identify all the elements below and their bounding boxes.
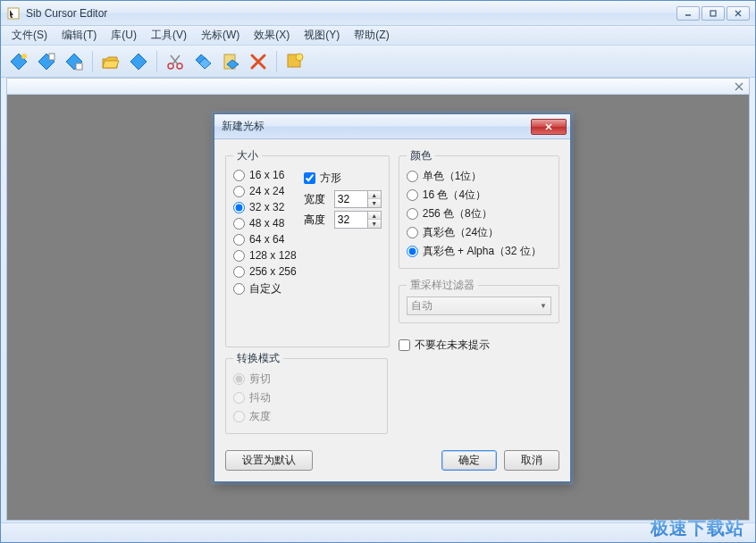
convert-legend: 转换模式 <box>233 351 283 366</box>
size-16[interactable]: 16 x 16 <box>233 167 297 183</box>
menu-effects[interactable]: 效果(X) <box>247 26 297 45</box>
svg-point-17 <box>296 54 303 61</box>
color-4bit[interactable]: 16 色（4位） <box>407 186 551 205</box>
menu-help[interactable]: 帮助(Z) <box>347 26 396 45</box>
color-1bit[interactable]: 单色（1位） <box>407 167 551 186</box>
color-24bit[interactable]: 真彩色（24位） <box>407 223 551 242</box>
svg-rect-0 <box>8 8 19 19</box>
height-label: 高度 <box>304 213 329 228</box>
menu-file[interactable]: 文件(S) <box>4 26 55 45</box>
dialog-body: 大小 16 x 16 24 x 24 32 x 32 48 x 48 64 x … <box>214 139 570 481</box>
size-48-label: 48 x 48 <box>249 217 284 230</box>
save-icon[interactable] <box>126 49 151 74</box>
svg-point-4 <box>21 54 27 59</box>
menu-tools[interactable]: 工具(V) <box>144 26 194 45</box>
height-up-icon[interactable]: ▲ <box>368 212 381 220</box>
size-group: 大小 16 x 16 24 x 24 32 x 32 48 x 48 64 x … <box>225 148 390 347</box>
main-window: Sib Cursor Editor 文件(S) 编辑(T) 库(U) 工具(V)… <box>0 0 756 543</box>
height-input[interactable] <box>335 212 367 228</box>
svg-rect-8 <box>76 63 82 70</box>
size-legend: 大小 <box>233 148 262 163</box>
convert-crop[interactable]: 剪切 <box>233 370 380 388</box>
menu-library[interactable]: 库(U) <box>104 26 144 45</box>
size-32[interactable]: 32 x 32 <box>233 199 297 215</box>
workspace-close-icon[interactable] <box>733 80 745 93</box>
app-icon <box>6 6 21 21</box>
copy-icon[interactable] <box>190 49 215 74</box>
toolbar-separator <box>92 51 93 72</box>
window-controls <box>676 6 750 21</box>
workspace-header <box>7 79 749 95</box>
set-default-button[interactable]: 设置为默认 <box>225 450 313 471</box>
toolbar-separator <box>276 51 277 72</box>
close-button[interactable] <box>727 6 750 21</box>
svg-marker-9 <box>130 54 147 70</box>
height-down-icon[interactable]: ▼ <box>368 220 381 228</box>
cancel-button[interactable]: 取消 <box>504 450 559 471</box>
width-spinner[interactable]: ▲▼ <box>334 190 382 208</box>
size-24-label: 24 x 24 <box>249 185 284 197</box>
size-custom[interactable]: 自定义 <box>233 280 297 298</box>
width-input[interactable] <box>335 191 367 207</box>
minimize-button[interactable] <box>676 6 700 21</box>
menubar: 文件(S) 编辑(T) 库(U) 工具(V) 光标(W) 效果(X) 视图(Y)… <box>1 26 755 46</box>
convert-group: 转换模式 剪切 抖动 灰度 <box>225 351 388 434</box>
size-64[interactable]: 64 x 64 <box>233 231 297 247</box>
toolbar <box>1 46 755 78</box>
svg-rect-6 <box>49 54 55 60</box>
dialog-titlebar[interactable]: 新建光标 <box>214 114 570 139</box>
size-256[interactable]: 256 x 256 <box>233 263 297 280</box>
size-128-label: 128 x 128 <box>249 249 297 262</box>
size-32-label: 32 x 32 <box>249 201 284 213</box>
new-doc-icon[interactable] <box>34 49 59 74</box>
color-8bit-label: 256 色（8位） <box>423 206 492 221</box>
dialog-close-button[interactable] <box>531 119 567 135</box>
new-lib-icon[interactable] <box>62 49 87 74</box>
effects-icon[interactable] <box>282 49 307 74</box>
color-group: 颜色 单色（1位） 16 色（4位） 256 色（8位） 真彩色（24位） 真彩… <box>399 148 559 269</box>
convert-gray[interactable]: 灰度 <box>233 407 380 426</box>
color-8bit[interactable]: 256 色（8位） <box>407 205 551 223</box>
dialog-buttons: 设置为默认 确定 取消 <box>225 450 559 471</box>
menu-view[interactable]: 视图(Y) <box>297 26 347 45</box>
statusbar <box>1 522 755 542</box>
color-24bit-label: 真彩色（24位） <box>423 225 499 240</box>
convert-gray-label: 灰度 <box>249 409 271 424</box>
width-down-icon[interactable]: ▼ <box>368 199 381 207</box>
cut-icon[interactable] <box>163 49 188 74</box>
dialog-title: 新建光标 <box>222 119 531 134</box>
square-label: 方形 <box>320 171 341 186</box>
watermark: 极速下载站 <box>651 516 744 540</box>
toolbar-separator <box>156 51 157 72</box>
maximize-button[interactable] <box>701 6 725 21</box>
menu-cursor[interactable]: 光标(W) <box>194 26 247 45</box>
size-64-label: 64 x 64 <box>249 233 284 246</box>
open-icon[interactable] <box>98 49 123 74</box>
size-48[interactable]: 48 x 48 <box>233 215 297 231</box>
convert-crop-label: 剪切 <box>249 372 271 387</box>
resample-combo[interactable]: 自动 ▼ <box>407 297 551 315</box>
width-up-icon[interactable]: ▲ <box>368 191 381 199</box>
resample-legend: 重采样过滤器 <box>407 278 478 293</box>
color-1bit-label: 单色（1位） <box>423 169 483 184</box>
ok-button[interactable]: 确定 <box>441 450 497 471</box>
chevron-down-icon: ▼ <box>540 302 547 310</box>
height-spinner[interactable]: ▲▼ <box>334 211 382 229</box>
svg-rect-2 <box>710 11 716 16</box>
width-label: 宽度 <box>304 192 329 207</box>
convert-dither[interactable]: 抖动 <box>233 388 380 407</box>
new-cursor-dialog: 新建光标 大小 16 x 16 24 x 24 32 x 32 48 x 48 … <box>214 113 571 482</box>
square-checkbox[interactable]: 方形 <box>304 169 382 188</box>
titlebar[interactable]: Sib Cursor Editor <box>1 1 755 26</box>
size-256-label: 256 x 256 <box>249 265 297 278</box>
paste-icon[interactable] <box>218 49 243 74</box>
window-title: Sib Cursor Editor <box>26 7 676 20</box>
menu-edit[interactable]: 编辑(T) <box>55 26 104 45</box>
delete-icon[interactable] <box>246 49 271 74</box>
size-24[interactable]: 24 x 24 <box>233 183 297 199</box>
size-128[interactable]: 128 x 128 <box>233 247 297 263</box>
new-cursor-icon[interactable] <box>6 49 31 74</box>
resample-value: 自动 <box>411 298 433 313</box>
color-legend: 颜色 <box>407 148 435 163</box>
color-32bit[interactable]: 真彩色 + Alpha（32 位） <box>407 242 551 261</box>
